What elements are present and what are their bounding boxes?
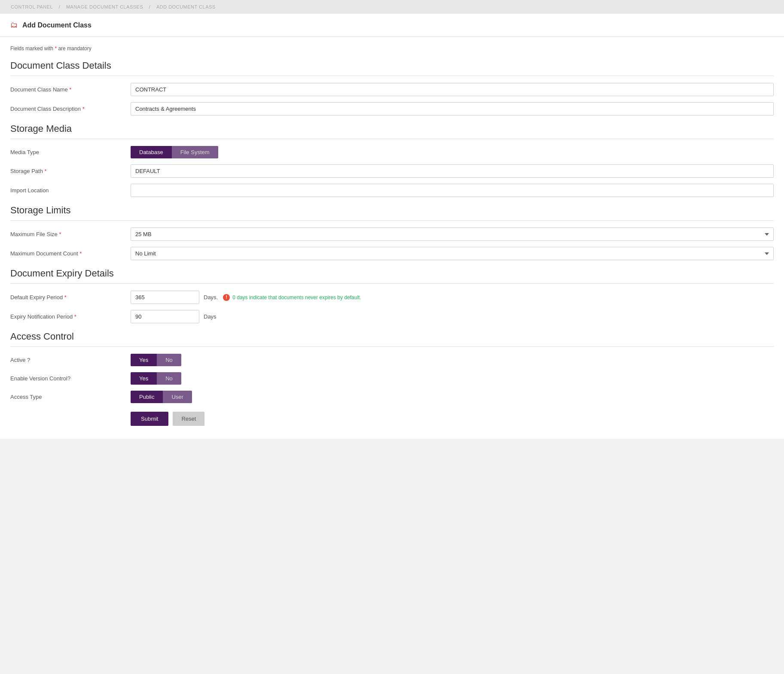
doc-class-desc-label: Document Class Description * xyxy=(10,106,131,112)
import-location-label: Import Location xyxy=(10,187,131,194)
breadcrumb-separator-1: / xyxy=(59,4,62,9)
expiry-notif-days-suffix: Days xyxy=(204,313,217,320)
doc-class-desc-input[interactable] xyxy=(131,102,774,115)
section-title-expiry: Document Expiry Details xyxy=(10,268,774,279)
doc-class-desc-row: Document Class Description * xyxy=(10,102,774,115)
reset-button[interactable]: Reset xyxy=(173,412,204,426)
media-type-database-btn[interactable]: Database xyxy=(131,146,172,158)
media-type-toggle-group: Database File System xyxy=(131,146,218,158)
import-location-input[interactable] xyxy=(131,184,774,197)
active-row: Active ? Yes No xyxy=(10,354,774,366)
section-divider-5 xyxy=(10,346,774,347)
active-yes-btn[interactable]: Yes xyxy=(131,354,157,366)
access-type-label: Access Type xyxy=(10,394,131,400)
version-control-no-btn[interactable]: No xyxy=(157,372,181,385)
info-icon: ! xyxy=(223,294,230,301)
breadcrumb-item-1[interactable]: CONTROL PANEL xyxy=(11,4,53,9)
breadcrumb-bar: CONTROL PANEL / MANAGE DOCUMENT CLASSES … xyxy=(0,0,784,14)
media-type-filesystem-btn[interactable]: File System xyxy=(172,146,218,158)
access-type-user-btn[interactable]: User xyxy=(163,391,192,403)
access-type-toggle-group: Public User xyxy=(131,391,192,403)
section-divider-1 xyxy=(10,76,774,76)
expiry-notif-label: Expiry Notification Period * xyxy=(10,313,131,320)
doc-class-name-label: Document Class Name * xyxy=(10,86,131,93)
page-title: Add Document Class xyxy=(22,21,92,29)
section-title-storage-media: Storage Media xyxy=(10,123,774,134)
section-divider-4 xyxy=(10,283,774,284)
version-control-toggle-group: Yes No xyxy=(131,372,181,385)
default-expiry-input[interactable] xyxy=(131,291,199,304)
section-document-expiry: Document Expiry Details Default Expiry P… xyxy=(10,268,774,323)
expiry-notif-row: Expiry Notification Period * Days xyxy=(10,310,774,323)
section-divider-3 xyxy=(10,220,774,221)
expiry-notif-input[interactable] xyxy=(131,310,199,323)
import-location-row: Import Location xyxy=(10,184,774,197)
active-toggle-group: Yes No xyxy=(131,354,181,366)
media-type-row: Media Type Database File System xyxy=(10,146,774,158)
section-access-control: Access Control Active ? Yes No Enable Ve… xyxy=(10,331,774,403)
max-doc-count-row: Maximum Document Count * No Limit 100 50… xyxy=(10,247,774,260)
max-file-size-row: Maximum File Size * 25 MB 50 MB 100 MB N… xyxy=(10,228,774,241)
breadcrumb-item-3: ADD DOCUMENT CLASS xyxy=(156,4,216,9)
doc-class-name-input[interactable] xyxy=(131,83,774,96)
submit-row: Submit Reset xyxy=(10,412,774,426)
section-document-class-details: Document Class Details Document Class Na… xyxy=(10,60,774,115)
active-no-btn[interactable]: No xyxy=(157,354,181,366)
storage-path-input[interactable] xyxy=(131,164,774,178)
section-title-doc-class: Document Class Details xyxy=(10,60,774,71)
version-control-label: Enable Version Control? xyxy=(10,375,131,382)
max-doc-count-select[interactable]: No Limit 100 500 1000 xyxy=(131,247,774,260)
version-control-yes-btn[interactable]: Yes xyxy=(131,372,157,385)
breadcrumb-item-2[interactable]: MANAGE DOCUMENT CLASSES xyxy=(66,4,143,9)
default-expiry-days-suffix: Days. xyxy=(204,294,218,301)
breadcrumb-separator-2: / xyxy=(149,4,152,9)
form-container: Fields marked with * are mandatory Docum… xyxy=(0,37,784,439)
mandatory-note: Fields marked with * are mandatory xyxy=(10,46,774,52)
page-header: 🗂 Add Document Class xyxy=(0,14,784,37)
section-storage-limits: Storage Limits Maximum File Size * 25 MB… xyxy=(10,205,774,260)
max-file-size-select[interactable]: 25 MB 50 MB 100 MB No Limit xyxy=(131,228,774,241)
storage-path-label: Storage Path * xyxy=(10,168,131,174)
max-doc-count-label: Maximum Document Count * xyxy=(10,250,131,257)
max-file-size-label: Maximum File Size * xyxy=(10,231,131,237)
default-expiry-row: Default Expiry Period * Days. ! 0 days i… xyxy=(10,291,774,304)
section-storage-media: Storage Media Media Type Database File S… xyxy=(10,123,774,197)
submit-button[interactable]: Submit xyxy=(131,412,168,426)
access-type-row: Access Type Public User xyxy=(10,391,774,403)
default-expiry-label: Default Expiry Period * xyxy=(10,294,131,301)
section-title-storage-limits: Storage Limits xyxy=(10,205,774,216)
doc-class-name-row: Document Class Name * xyxy=(10,83,774,96)
version-control-row: Enable Version Control? Yes No xyxy=(10,372,774,385)
storage-path-row: Storage Path * xyxy=(10,164,774,178)
access-type-public-btn[interactable]: Public xyxy=(131,391,163,403)
expiry-note: ! 0 days indicate that documents never e… xyxy=(223,294,361,301)
active-label: Active ? xyxy=(10,357,131,363)
page-header-icon: 🗂 xyxy=(10,21,18,30)
section-title-access-control: Access Control xyxy=(10,331,774,342)
section-divider-2 xyxy=(10,139,774,139)
media-type-label: Media Type xyxy=(10,149,131,155)
